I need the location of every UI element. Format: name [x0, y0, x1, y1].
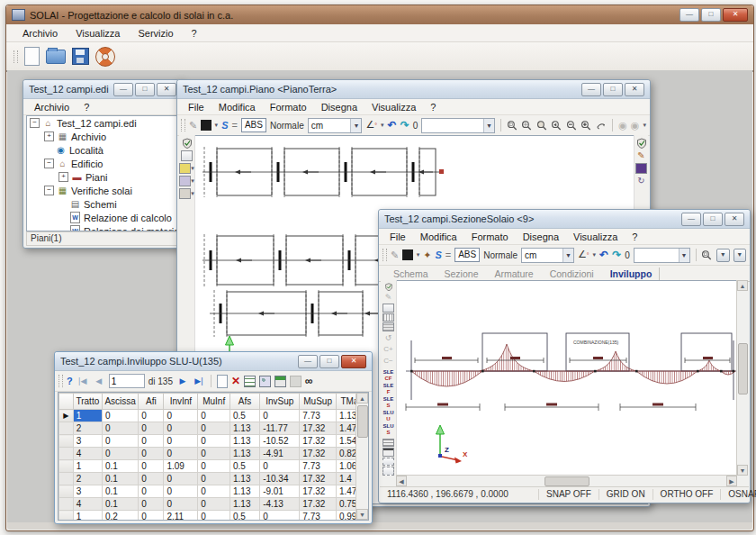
- pencil-icon[interactable]: ✎: [385, 292, 392, 303]
- table-cell[interactable]: 3: [73, 485, 102, 498]
- tab-schema[interactable]: Schema: [386, 268, 436, 280]
- record-number-input[interactable]: [109, 374, 145, 388]
- table-cell[interactable]: 3: [73, 435, 102, 448]
- minimize-button[interactable]: —: [113, 83, 133, 96]
- snap-combobox[interactable]: ▼: [634, 248, 690, 263]
- sezione-horizontal-scrollbar[interactable]: ◀ ▶: [396, 475, 737, 486]
- rotate-icon[interactable]: ↻: [637, 176, 644, 186]
- chevron-down-icon[interactable]: ▼: [679, 249, 689, 262]
- menu-item-visualizza[interactable]: Visualizza: [364, 101, 423, 113]
- table-row[interactable]: 400001.13-4.9117.320.82: [59, 448, 368, 460]
- unit-combobox[interactable]: cm▼: [308, 118, 363, 133]
- tree-node[interactable]: −▦Verifiche solai: [27, 184, 178, 197]
- row-selector[interactable]: [59, 498, 74, 511]
- table-cell[interactable]: 0: [198, 410, 230, 422]
- menu-item-disegna[interactable]: Disegna: [516, 231, 566, 243]
- table-cell[interactable]: -10.52: [260, 435, 300, 448]
- table-cell[interactable]: 17.32: [300, 498, 337, 511]
- sezione-titlebar[interactable]: Test_12 campi.SezioneSolaio <9> —□✕: [379, 210, 750, 229]
- table-cell[interactable]: -4.91: [260, 448, 300, 460]
- scroll-down-icon[interactable]: ▼: [737, 465, 748, 476]
- menu-item-[interactable]: ?: [423, 101, 443, 113]
- verify-shield-icon[interactable]: [383, 283, 394, 291]
- save-floppy-icon[interactable]: [72, 48, 89, 65]
- zoom-extents-icon[interactable]: [521, 120, 532, 131]
- table-cell[interactable]: 0.5: [230, 410, 259, 422]
- tree-titlebar[interactable]: Test_12 campi.edi —□✕: [23, 80, 182, 99]
- ortho-toggle[interactable]: ORTHO OFF: [653, 489, 722, 500]
- pencil-icon[interactable]: ✎: [189, 120, 197, 131]
- table-cell[interactable]: 1.13: [230, 473, 259, 485]
- redraw-icon[interactable]: ◉: [618, 120, 627, 131]
- abs-button[interactable]: ABS: [241, 118, 266, 132]
- lasso-select-icon[interactable]: S: [435, 249, 441, 260]
- hatch-block-icon[interactable]: [382, 322, 394, 331]
- combo-minus-icon[interactable]: C−: [383, 356, 392, 367]
- help-icon[interactable]: ?: [67, 376, 73, 386]
- scrollbar-thumb[interactable]: [357, 405, 368, 438]
- table-cell[interactable]: 1.13: [230, 422, 259, 435]
- table-cell[interactable]: -10.34: [260, 473, 300, 485]
- close-button[interactable]: ✕: [724, 213, 744, 226]
- table-vertical-scrollbar[interactable]: ▲ ▼: [356, 393, 368, 520]
- angle-icon[interactable]: ∠°: [578, 249, 590, 261]
- table-cell[interactable]: 0.1: [102, 485, 138, 498]
- limit-state-button-slu-u[interactable]: SLUU: [382, 410, 395, 422]
- dashed-box-icon[interactable]: [382, 458, 394, 467]
- previous-record-icon[interactable]: ◀: [93, 376, 105, 385]
- verify-shield-icon[interactable]: [182, 138, 193, 149]
- menu-item-[interactable]: ?: [183, 26, 206, 41]
- limit-state-button-slu-s[interactable]: SLUS: [382, 423, 395, 436]
- scroll-up-icon[interactable]: ▲: [356, 393, 368, 404]
- table-cell[interactable]: 17.32: [300, 448, 337, 460]
- chevron-down-icon[interactable]: ▼: [350, 119, 361, 132]
- table-cell[interactable]: 17.32: [300, 422, 337, 435]
- equal-icon[interactable]: =: [446, 249, 451, 260]
- zoom-in-icon[interactable]: [580, 120, 591, 131]
- table-cell[interactable]: 0: [102, 410, 138, 422]
- regen-icon[interactable]: ◉: [631, 120, 640, 131]
- fill-style-icon[interactable]: [179, 163, 191, 174]
- chevron-down-icon[interactable]: ▼: [562, 249, 573, 262]
- table-cell[interactable]: 0: [198, 485, 230, 498]
- tree-node[interactable]: WRelazione di calcolo: [27, 211, 178, 224]
- table-cell[interactable]: 0: [139, 485, 164, 498]
- close-button[interactable]: ✕: [625, 83, 644, 96]
- zoom-previous-icon[interactable]: [551, 120, 562, 131]
- equal-icon[interactable]: =: [231, 120, 237, 131]
- table-cell[interactable]: 7.73: [300, 511, 337, 521]
- scrollbar-thumb[interactable]: [544, 476, 590, 486]
- menu-item-modifica[interactable]: Modifica: [212, 101, 263, 113]
- tab-inviluppo[interactable]: Inviluppo: [603, 268, 661, 280]
- table-cell[interactable]: 0: [164, 473, 198, 485]
- row-selector[interactable]: [59, 511, 74, 521]
- section-grid-icon[interactable]: [382, 313, 394, 322]
- table-cell[interactable]: 0: [260, 511, 300, 521]
- section-style-control[interactable]: ▾: [179, 176, 194, 186]
- table-cell[interactable]: 0: [164, 435, 198, 448]
- zoom-out-icon[interactable]: [566, 120, 577, 131]
- menu-item-archivio[interactable]: Archivio: [27, 101, 76, 113]
- table-row[interactable]: ▶100000.507.731.13: [59, 410, 368, 422]
- limit-state-button-sle-cf[interactable]: SLECF: [382, 369, 395, 382]
- undo-icon[interactable]: ↶: [599, 249, 608, 261]
- rotate-left-icon[interactable]: ↺: [385, 332, 392, 343]
- unit-combobox[interactable]: cm▼: [521, 248, 574, 263]
- fill-style-control[interactable]: ▾: [179, 163, 194, 174]
- close-button[interactable]: ✕: [341, 355, 366, 368]
- layer-style-icon[interactable]: [402, 249, 413, 260]
- table-cell[interactable]: 0: [139, 448, 164, 460]
- redo-icon[interactable]: ↷: [400, 119, 410, 131]
- menu-item-file[interactable]: File: [181, 101, 212, 113]
- table-row[interactable]: 200001.13-11.7717.321.47: [59, 422, 368, 435]
- column-header-invinf[interactable]: InvInf: [164, 394, 198, 410]
- table-cell[interactable]: 0.5: [230, 460, 259, 473]
- toolbar-overflow-icon[interactable]: ▾: [643, 122, 646, 129]
- tree-node[interactable]: ▤Schemi: [27, 197, 178, 211]
- table-cell[interactable]: 0: [198, 448, 230, 460]
- table-cell[interactable]: 0: [260, 460, 300, 473]
- table-cell[interactable]: 1.13: [230, 448, 259, 460]
- column-header-invsup[interactable]: InvSup: [260, 394, 300, 410]
- tree-node[interactable]: WRelazione dei materiali: [27, 224, 178, 231]
- table-cell[interactable]: 0: [139, 460, 164, 473]
